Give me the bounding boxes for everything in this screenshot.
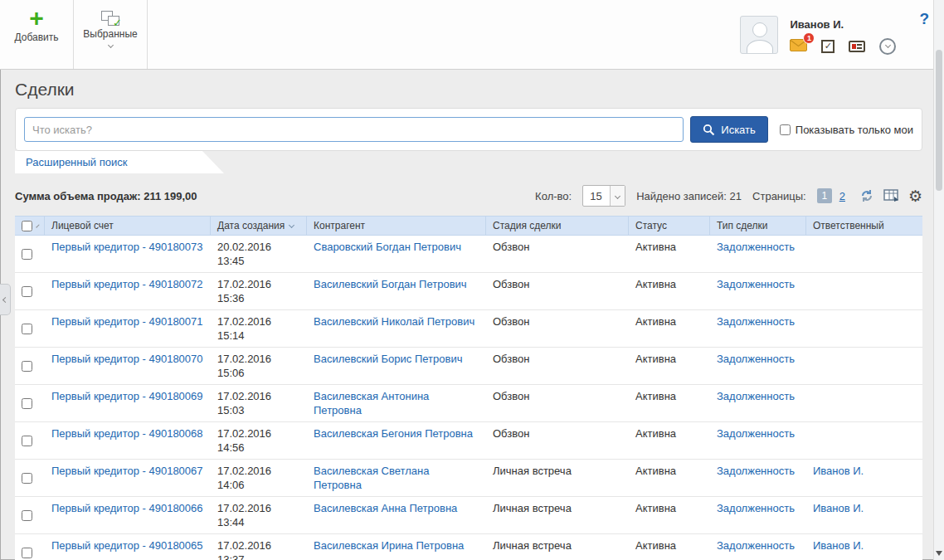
advanced-search-tab[interactable]: Расширенный поиск	[15, 151, 224, 173]
scroll-down-arrow-icon[interactable]	[936, 551, 942, 556]
owner-link[interactable]: Иванов И.	[813, 502, 864, 514]
owner-link[interactable]: Иванов И.	[813, 465, 864, 477]
col-header-status[interactable]: Статус	[629, 217, 710, 235]
contact-link[interactable]: Сваровский Богдан Петрович	[314, 241, 461, 253]
account-link[interactable]: Первый кредитор - 490180072	[51, 278, 203, 290]
contact-link[interactable]: Василевская Бегония Петровна	[314, 427, 473, 440]
contact-link[interactable]: Василевская Ирина Петровна	[314, 539, 464, 552]
owner-link[interactable]: Иванов И.	[813, 539, 864, 552]
selection-menu-chevron-icon[interactable]	[36, 224, 39, 227]
col-header-type[interactable]: Тип сделки	[710, 217, 806, 235]
account-link[interactable]: Первый кредитор - 490180070	[51, 353, 203, 365]
search-input[interactable]	[24, 117, 684, 142]
grid-action-icons: ⚙	[859, 188, 922, 203]
mail-button[interactable]: 1	[790, 39, 807, 54]
table-row[interactable]: Первый кредитор - 490180067 17.02.2016 1…	[15, 460, 922, 497]
table-row[interactable]: Первый кредитор - 490180068 17.02.2016 1…	[15, 422, 922, 460]
user-avatar[interactable]	[740, 16, 778, 54]
help-button[interactable]: ?	[919, 10, 929, 28]
collapse-panel-handle[interactable]	[0, 284, 11, 315]
col-header-account[interactable]: Лицевой счет	[45, 217, 211, 235]
col-header-stage[interactable]: Стадия сделки	[486, 217, 629, 235]
owner-cell	[806, 236, 922, 272]
advanced-search-link[interactable]: Расширенный поиск	[26, 156, 127, 168]
col-header-created[interactable]: Дата создания	[211, 217, 307, 235]
deal-type-link[interactable]: Задолженность	[717, 241, 795, 253]
col-header-contact[interactable]: Контрагент	[307, 217, 486, 235]
account-cell: Первый кредитор - 490180067	[45, 460, 211, 496]
deal-type-cell: Задолженность	[710, 348, 806, 384]
vertical-scrollbar[interactable]	[933, 0, 944, 560]
contact-link[interactable]: Василевская Анна Петровна	[314, 502, 457, 514]
only-mine-checkbox[interactable]	[780, 124, 791, 135]
deal-type-link[interactable]: Задолженность	[717, 539, 795, 552]
account-link[interactable]: Первый кредитор - 490180066	[51, 502, 203, 514]
refresh-icon[interactable]	[859, 188, 874, 203]
row-checkbox[interactable]	[22, 249, 32, 260]
contact-link[interactable]: Василевский Борис Петрович	[314, 353, 462, 365]
contact-cell: Василевский Николай Петрович	[307, 310, 486, 347]
user-name[interactable]: Иванов И.	[790, 18, 896, 31]
row-checkbox[interactable]	[22, 548, 32, 558]
account-link[interactable]: Первый кредитор - 490180067	[51, 465, 203, 477]
deal-type-cell: Задолженность	[710, 497, 806, 533]
page-button-2[interactable]: 2	[839, 190, 845, 202]
contact-link[interactable]: Василевский Николай Петрович	[314, 315, 474, 328]
mail-badge: 1	[803, 32, 815, 44]
owner-cell	[806, 422, 922, 459]
tasks-icon[interactable]: ✓	[821, 40, 835, 53]
account-link[interactable]: Первый кредитор - 490180071	[51, 315, 203, 328]
stage-cell: Личная встреча	[486, 497, 629, 533]
profile-menu-button[interactable]	[879, 38, 896, 55]
rows-per-page-select[interactable]: 15	[582, 185, 625, 207]
select-arrow-zone	[610, 186, 625, 206]
page-button-current[interactable]: 1	[817, 188, 832, 203]
telephony-icon[interactable]	[849, 41, 865, 52]
search-button[interactable]: Искать	[690, 116, 768, 143]
table-row[interactable]: Первый кредитор - 490180072 17.02.2016 1…	[15, 273, 922, 310]
deal-type-link[interactable]: Задолженность	[717, 390, 795, 402]
row-checkbox[interactable]	[22, 324, 32, 334]
row-checkbox[interactable]	[22, 361, 32, 372]
scrollbar-thumb[interactable]	[936, 50, 942, 191]
account-link[interactable]: Первый кредитор - 490180069	[51, 390, 203, 402]
account-link[interactable]: Первый кредитор - 490180068	[51, 427, 203, 440]
row-checkbox[interactable]	[22, 436, 32, 446]
account-link[interactable]: Первый кредитор - 490180065	[51, 539, 203, 552]
contact-link[interactable]: Василевская Антонина Петровна	[314, 390, 429, 416]
contact-link[interactable]: Василевский Богдан Петрович	[314, 278, 467, 290]
row-checkbox[interactable]	[22, 398, 32, 409]
row-select-cell	[15, 348, 45, 384]
add-button[interactable]: + Добавить	[0, 0, 73, 69]
row-select-cell	[15, 497, 45, 533]
created-date-cell: 17.02.2016 15:14	[211, 310, 307, 347]
pages-label: Страницы:	[752, 190, 806, 202]
deal-type-link[interactable]: Задолженность	[717, 427, 795, 440]
table-row[interactable]: Первый кредитор - 490180069 17.02.2016 1…	[15, 385, 922, 422]
table-row[interactable]: Первый кредитор - 490180065 17.02.2016 1…	[15, 534, 922, 560]
deal-type-link[interactable]: Задолженность	[717, 353, 795, 365]
sort-desc-icon	[289, 222, 294, 227]
status-cell: Активна	[629, 348, 710, 384]
owner-cell	[806, 385, 922, 421]
export-icon[interactable]	[883, 189, 899, 202]
deal-type-link[interactable]: Задолженность	[717, 315, 795, 328]
table-row[interactable]: Первый кредитор - 490180073 20.02.2016 1…	[15, 236, 922, 273]
col-header-owner[interactable]: Ответственный	[806, 217, 922, 235]
table-row[interactable]: Первый кредитор - 490180071 17.02.2016 1…	[15, 310, 922, 348]
row-checkbox[interactable]	[22, 510, 32, 521]
row-checkbox[interactable]	[22, 286, 32, 297]
contact-link[interactable]: Василевская Светлана Петровна	[314, 465, 429, 491]
deal-type-link[interactable]: Задолженность	[717, 502, 795, 514]
deal-type-link[interactable]: Задолженность	[717, 278, 795, 290]
select-all-checkbox[interactable]	[22, 221, 32, 231]
gear-icon[interactable]: ⚙	[908, 188, 922, 203]
only-mine-toggle[interactable]: Показывать только мои	[780, 124, 913, 136]
account-link[interactable]: Первый кредитор - 490180073	[51, 241, 203, 253]
plus-icon: +	[29, 7, 44, 29]
selected-records-button[interactable]: ✓ Выбранные	[74, 0, 147, 69]
row-checkbox[interactable]	[22, 473, 32, 484]
table-row[interactable]: Первый кредитор - 490180070 17.02.2016 1…	[15, 348, 922, 385]
deal-type-link[interactable]: Задолженность	[717, 465, 795, 477]
table-row[interactable]: Первый кредитор - 490180066 17.02.2016 1…	[15, 497, 922, 534]
